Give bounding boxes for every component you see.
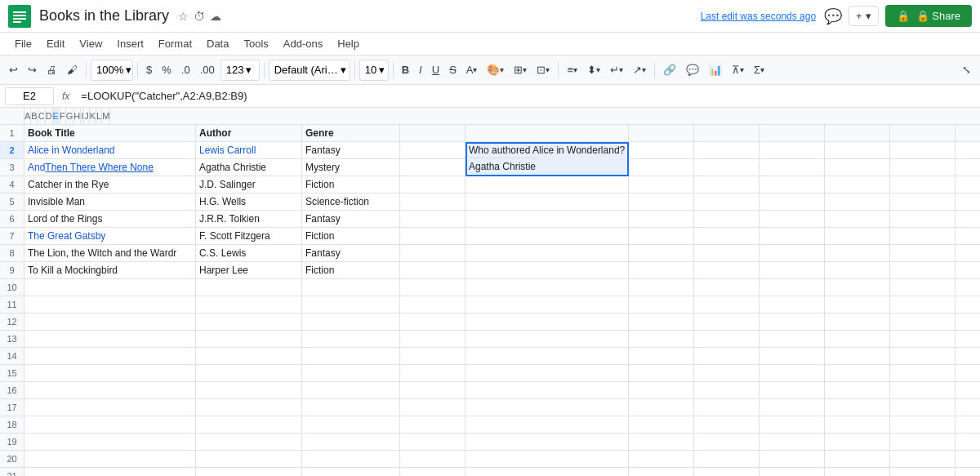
cell-b11[interactable] [196, 296, 302, 314]
cell-k16[interactable] [956, 382, 980, 399]
cell-a13[interactable] [24, 331, 196, 348]
cell-g8[interactable] [694, 245, 760, 262]
cloud-icon[interactable]: ☁ [210, 10, 221, 23]
cell-e5[interactable] [466, 194, 629, 211]
cell-b3[interactable]: Agatha Christie [196, 159, 302, 176]
cell-i3[interactable] [825, 159, 890, 176]
cell-j17[interactable] [890, 399, 956, 416]
cell-b4[interactable]: J.D. Salinger [196, 176, 302, 194]
cell-d7[interactable] [400, 228, 466, 245]
cell-g20[interactable] [694, 451, 760, 468]
menu-insert[interactable]: Insert [110, 34, 150, 53]
cell-d19[interactable] [400, 434, 466, 451]
cell-f19[interactable] [629, 434, 694, 451]
cell-c13[interactable] [302, 331, 400, 348]
cell-a18[interactable] [24, 416, 196, 434]
cell-e12[interactable] [466, 314, 629, 331]
col-header-c[interactable]: C [38, 108, 46, 124]
cell-i18[interactable] [825, 416, 890, 434]
cell-j2[interactable] [890, 142, 956, 159]
cell-c21[interactable] [302, 468, 400, 476]
zoom-dropdown[interactable]: 100% ▾ [91, 60, 133, 81]
cell-a17[interactable] [24, 399, 196, 416]
cell-b19[interactable] [196, 434, 302, 451]
add-button[interactable]: + ▾ [849, 6, 879, 26]
col-header-a[interactable]: A [24, 108, 31, 124]
cell-d20[interactable] [400, 451, 466, 468]
cell-g18[interactable] [694, 416, 760, 434]
cell-h7[interactable] [760, 228, 825, 245]
cell-k1[interactable] [956, 125, 980, 142]
cell-c15[interactable] [302, 365, 400, 382]
cell-k9[interactable] [956, 262, 980, 279]
cell-k2[interactable] [956, 142, 980, 159]
cell-e14[interactable] [466, 348, 629, 365]
col-header-k[interactable]: K [90, 108, 96, 124]
menu-format[interactable]: Format [152, 34, 198, 53]
cell-d15[interactable] [400, 365, 466, 382]
cell-a7[interactable]: The Great Gatsby [24, 228, 196, 245]
cell-c20[interactable] [302, 451, 400, 468]
cell-h8[interactable] [760, 245, 825, 262]
cell-a12[interactable] [24, 314, 196, 331]
col-header-l[interactable]: L [96, 108, 102, 124]
cell-f15[interactable] [629, 365, 694, 382]
cell-i5[interactable] [825, 194, 890, 211]
cell-e20[interactable] [466, 451, 629, 468]
menu-tools[interactable]: Tools [237, 34, 274, 53]
cell-c2[interactable]: Fantasy [302, 142, 400, 159]
cell-i15[interactable] [825, 365, 890, 382]
cell-i2[interactable] [825, 142, 890, 159]
cell-k18[interactable] [956, 416, 980, 434]
cell-b21[interactable] [196, 468, 302, 476]
cell-f12[interactable] [629, 314, 694, 331]
cell-h21[interactable] [760, 468, 825, 476]
text-wrap-button[interactable]: ↵ ▾ [606, 59, 627, 82]
cell-k13[interactable] [956, 331, 980, 348]
cell-b5[interactable]: H.G. Wells [196, 194, 302, 211]
cell-b2[interactable]: Lewis Carroll [196, 142, 302, 159]
cell-d21[interactable] [400, 468, 466, 476]
cell-h10[interactable] [760, 279, 825, 296]
cell-c19[interactable] [302, 434, 400, 451]
cell-e1[interactable] [466, 125, 629, 142]
cell-f9[interactable] [629, 262, 694, 279]
cell-e4[interactable] [466, 176, 629, 194]
cell-h5[interactable] [760, 194, 825, 211]
cell-d10[interactable] [400, 279, 466, 296]
cell-h19[interactable] [760, 434, 825, 451]
cell-j16[interactable] [890, 382, 956, 399]
share-button[interactable]: 🔒 🔒 Share [885, 5, 972, 27]
cell-d2[interactable] [400, 142, 466, 159]
cell-e2[interactable]: Who authored Alice in Wonderland? Agatha… [466, 142, 629, 176]
cell-d4[interactable] [400, 176, 466, 194]
cell-k21[interactable] [956, 468, 980, 476]
cell-h17[interactable] [760, 399, 825, 416]
cell-c14[interactable] [302, 348, 400, 365]
strikethrough-button[interactable]: S [445, 59, 461, 82]
cell-j7[interactable] [890, 228, 956, 245]
cell-c4[interactable]: Fiction [302, 176, 400, 194]
cell-e15[interactable] [466, 365, 629, 382]
cell-b8[interactable]: C.S. Lewis [196, 245, 302, 262]
cell-c11[interactable] [302, 296, 400, 314]
cell-c5[interactable]: Science-fiction [302, 194, 400, 211]
cell-c3[interactable]: Mystery [302, 159, 400, 176]
document-title[interactable]: Books in the Library [39, 7, 169, 24]
cell-b14[interactable] [196, 348, 302, 365]
cell-f11[interactable] [629, 296, 694, 314]
cell-f14[interactable] [629, 348, 694, 365]
percent-button[interactable]: % [158, 59, 176, 82]
cell-i12[interactable] [825, 314, 890, 331]
cell-d1[interactable] [400, 125, 466, 142]
cell-i14[interactable] [825, 348, 890, 365]
cell-b12[interactable] [196, 314, 302, 331]
cell-e7[interactable] [466, 228, 629, 245]
number-format-dropdown[interactable]: 123 ▾ [220, 60, 260, 81]
cell-e18[interactable] [466, 416, 629, 434]
align-vertical-button[interactable]: ⬍ ▾ [583, 59, 604, 82]
cell-d5[interactable] [400, 194, 466, 211]
cell-c12[interactable] [302, 314, 400, 331]
cell-a19[interactable] [24, 434, 196, 451]
insert-chart-button[interactable]: 📊 [705, 59, 726, 82]
